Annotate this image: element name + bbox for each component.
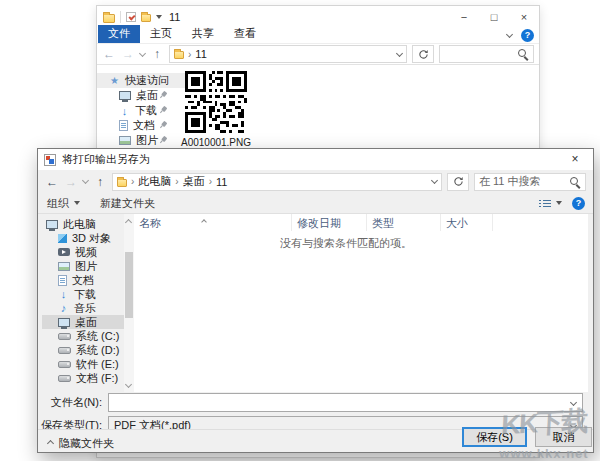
qat-customize-icon[interactable] bbox=[156, 15, 162, 19]
address-bar[interactable]: ›此电脑›桌面›11 bbox=[112, 173, 442, 191]
maximize-button[interactable]: □ bbox=[479, 6, 509, 28]
label: 此电脑 bbox=[63, 217, 96, 232]
forward-button[interactable]: → bbox=[64, 175, 78, 189]
sidebar-item[interactable]: ♪音乐 bbox=[42, 301, 124, 315]
sidebar-item[interactable]: 文档 bbox=[97, 118, 185, 133]
up-button[interactable]: ↑ bbox=[150, 47, 164, 61]
label: 桌面 bbox=[136, 88, 158, 103]
video-icon bbox=[58, 248, 70, 256]
help-icon[interactable]: ? bbox=[521, 29, 534, 42]
sidebar-item[interactable]: 此电脑 bbox=[42, 217, 124, 231]
ribbon-collapse-icon[interactable] bbox=[506, 31, 513, 38]
sidebar-item[interactable]: ↓下载 bbox=[97, 103, 185, 118]
address-dropdown-icon[interactable] bbox=[396, 49, 403, 56]
address-dropdown-icon[interactable] bbox=[431, 177, 438, 184]
forward-button[interactable]: → bbox=[121, 47, 135, 61]
dialog-toolbar: 组织 新建文件夹 ? bbox=[38, 193, 593, 214]
picture-icon bbox=[119, 136, 131, 145]
qat-properties-icon[interactable] bbox=[126, 12, 136, 22]
breadcrumb-item[interactable]: 桌面 bbox=[183, 174, 205, 189]
history-dropdown-icon[interactable] bbox=[139, 49, 146, 56]
label: 视频 bbox=[75, 245, 97, 260]
crumb-separator: › bbox=[188, 49, 191, 60]
scroll-thumb[interactable] bbox=[125, 252, 133, 318]
label: 文档 (F:) bbox=[76, 371, 118, 386]
label: 音乐 bbox=[74, 301, 96, 316]
back-button[interactable]: ← bbox=[102, 47, 116, 61]
qat-new-folder-icon[interactable] bbox=[141, 14, 151, 22]
filename-input[interactable] bbox=[109, 394, 582, 411]
crumb-separator: › bbox=[175, 176, 178, 187]
column-header[interactable]: 类型 bbox=[367, 214, 441, 231]
dialog-close-button[interactable]: × bbox=[557, 149, 593, 170]
view-mode-button[interactable] bbox=[539, 197, 562, 209]
sidebar-item[interactable]: 图片 bbox=[42, 259, 124, 273]
ribbon-tab[interactable]: 共享 bbox=[182, 25, 224, 43]
label: 软件 (E:) bbox=[76, 357, 119, 372]
save-button[interactable]: 保存(S) bbox=[462, 427, 527, 447]
column-header[interactable]: 名称 bbox=[134, 214, 292, 231]
history-dropdown-icon[interactable] bbox=[82, 177, 89, 184]
help-icon[interactable]: ? bbox=[572, 197, 585, 210]
new-folder-button[interactable]: 新建文件夹 bbox=[100, 196, 155, 211]
sidebar-item[interactable]: 系统 (D:) bbox=[42, 343, 124, 357]
scroll-up-icon[interactable] bbox=[125, 219, 132, 226]
label: 桌面 bbox=[75, 315, 97, 330]
column-header[interactable]: 修改日期 bbox=[292, 214, 367, 231]
dialog-body: 此电脑3D 对象视频图片文档↓下载♪音乐桌面系统 (C:)系统 (D:)软件 (… bbox=[38, 214, 593, 392]
save-as-dialog: 将打印输出另存为 × ← → ↑ ›此电脑›桌面›11 在 11 中搜索 bbox=[37, 148, 594, 453]
dialog-titlebar: 将打印输出另存为 × bbox=[38, 149, 593, 170]
search-icon bbox=[517, 48, 529, 60]
sidebar-item[interactable]: 视频 bbox=[42, 245, 124, 259]
refresh-button[interactable] bbox=[447, 173, 469, 191]
sidebar-item[interactable]: ↓下载 bbox=[42, 287, 124, 301]
refresh-button[interactable] bbox=[412, 45, 434, 63]
sidebar-item[interactable]: 文档 bbox=[42, 273, 124, 287]
search-box[interactable]: 在 11 中搜索 bbox=[474, 173, 586, 191]
sidebar-item[interactable]: 桌面 bbox=[42, 315, 124, 329]
document-icon bbox=[58, 275, 67, 286]
dialog-navbar: ← → ↑ ›此电脑›桌面›11 在 11 中搜索 bbox=[38, 170, 593, 193]
back-button[interactable]: ← bbox=[45, 175, 59, 189]
dropdown-icon bbox=[556, 201, 562, 205]
organize-button[interactable]: 组织 bbox=[47, 196, 80, 211]
pc-icon bbox=[46, 220, 58, 229]
folder-icon bbox=[174, 51, 184, 59]
minimize-button[interactable]: − bbox=[449, 6, 479, 28]
file-list-pane[interactable]: 名称修改日期类型大小 没有与搜索条件匹配的项。 bbox=[134, 214, 588, 392]
label: 快速访问 bbox=[125, 73, 169, 88]
dialog-title: 将打印输出另存为 bbox=[62, 152, 150, 167]
sidebar-item[interactable]: 文档 (F:) bbox=[42, 371, 124, 385]
hide-folders-button[interactable]: 隐藏文件夹 bbox=[48, 436, 114, 451]
pin-icon bbox=[157, 89, 169, 101]
filename-combobox[interactable] bbox=[108, 393, 583, 412]
address-bar[interactable]: › 11 bbox=[169, 45, 407, 63]
sidebar-item[interactable]: 3D 对象 bbox=[42, 231, 124, 245]
sidebar-item-quick-access[interactable]: ★ 快速访问 bbox=[97, 73, 185, 88]
close-button[interactable]: × bbox=[509, 6, 539, 28]
sidebar-item[interactable]: 软件 (E:) bbox=[42, 357, 124, 371]
sidebar-item[interactable]: 桌面 bbox=[97, 88, 185, 103]
ribbon-tab[interactable]: 查看 bbox=[224, 25, 266, 43]
chevron-up-icon bbox=[47, 439, 54, 446]
drive-icon bbox=[58, 333, 71, 340]
column-header[interactable]: 大小 bbox=[441, 214, 493, 231]
column-headers: 名称修改日期类型大小 bbox=[134, 214, 588, 231]
pin-icon bbox=[157, 119, 169, 131]
file-name-label[interactable]: A0010001.PNG bbox=[153, 137, 279, 148]
ribbon-tab[interactable]: 主页 bbox=[140, 25, 182, 43]
search-box[interactable] bbox=[439, 45, 534, 63]
sort-ascending-icon bbox=[202, 214, 206, 226]
sidebar-scrollbar[interactable] bbox=[124, 214, 134, 392]
breadcrumb-item[interactable]: 11 bbox=[216, 176, 227, 188]
sidebar-item[interactable]: 系统 (C:) bbox=[42, 329, 124, 343]
cancel-button[interactable]: 取消 bbox=[535, 427, 592, 447]
breadcrumb-item[interactable]: 此电脑 bbox=[138, 174, 171, 189]
screen: 11 − □ × 文件主页共享查看 ? ← → ↑ › 11 bbox=[0, 0, 600, 461]
file-thumbnail[interactable] bbox=[185, 71, 247, 133]
up-button[interactable]: ↑ bbox=[93, 175, 107, 189]
ribbon-tab[interactable]: 文件 bbox=[98, 25, 140, 43]
download-icon: ↓ bbox=[58, 289, 69, 299]
scroll-down-icon[interactable] bbox=[125, 381, 132, 388]
breadcrumb[interactable]: 11 bbox=[195, 48, 206, 60]
